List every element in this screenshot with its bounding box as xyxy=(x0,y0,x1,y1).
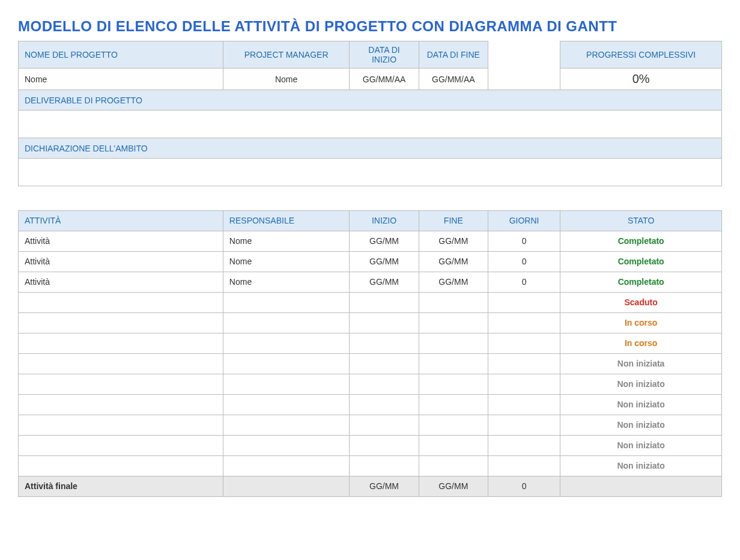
cell-end[interactable] xyxy=(419,333,488,353)
cell-end[interactable] xyxy=(419,394,488,415)
table-row: In corso xyxy=(19,312,722,333)
cell-days[interactable] xyxy=(488,374,560,394)
cell-days[interactable]: 0 xyxy=(488,231,560,251)
cell-responsible[interactable] xyxy=(223,455,350,476)
table-row: Non iniziato xyxy=(19,455,722,476)
final-start: GG/MM xyxy=(350,476,419,496)
table-row: Non iniziato xyxy=(19,435,722,455)
cell-end[interactable] xyxy=(419,353,488,374)
cell-days[interactable] xyxy=(488,415,560,435)
cell-activity[interactable] xyxy=(19,394,223,415)
final-end: GG/MM xyxy=(419,476,488,496)
header-deliverable: DELIVERABLE DI PROGETTO xyxy=(19,90,722,111)
cell-responsible[interactable] xyxy=(223,312,350,333)
cell-days[interactable] xyxy=(488,292,560,312)
cell-days[interactable] xyxy=(488,455,560,476)
cell-days[interactable] xyxy=(488,333,560,353)
cell-responsible[interactable] xyxy=(223,353,350,374)
cell-activity[interactable] xyxy=(19,333,223,353)
cell-start[interactable] xyxy=(350,292,419,312)
cell-start[interactable]: GG/MM xyxy=(350,231,419,251)
table-row: In corso xyxy=(19,333,722,353)
cell-end[interactable] xyxy=(419,374,488,394)
cell-end[interactable] xyxy=(419,312,488,333)
final-status xyxy=(560,476,722,496)
cell-status: In corso xyxy=(560,333,722,353)
cell-end[interactable] xyxy=(419,435,488,455)
cell-responsible[interactable] xyxy=(223,415,350,435)
cell-days[interactable] xyxy=(488,353,560,374)
cell-responsible[interactable]: Nome xyxy=(223,251,350,272)
cell-activity[interactable] xyxy=(19,353,223,374)
cell-end[interactable] xyxy=(419,415,488,435)
cell-days[interactable] xyxy=(488,435,560,455)
cell-start[interactable]: GG/MM xyxy=(350,272,419,292)
cell-responsible[interactable]: Nome xyxy=(223,231,350,251)
cell-days[interactable] xyxy=(488,394,560,415)
table-row: AttivitàNomeGG/MMGG/MM0Completato xyxy=(19,231,722,251)
header-end: FINE xyxy=(419,210,488,231)
cell-days[interactable]: 0 xyxy=(488,251,560,272)
cell-start[interactable] xyxy=(350,394,419,415)
cell-days[interactable]: 0 xyxy=(488,272,560,292)
value-deliverable[interactable] xyxy=(19,111,722,138)
cell-start[interactable] xyxy=(350,353,419,374)
spacer xyxy=(488,41,560,68)
table-row: Non iniziato xyxy=(19,394,722,415)
header-end-date: DATA DI FINE xyxy=(419,41,488,68)
cell-end[interactable]: GG/MM xyxy=(419,272,488,292)
cell-start[interactable] xyxy=(350,312,419,333)
cell-start[interactable] xyxy=(350,435,419,455)
cell-responsible[interactable] xyxy=(223,435,350,455)
table-row: Non iniziato xyxy=(19,374,722,394)
cell-activity[interactable] xyxy=(19,455,223,476)
cell-start[interactable] xyxy=(350,455,419,476)
cell-start[interactable] xyxy=(350,415,419,435)
cell-activity[interactable]: Attività xyxy=(19,231,223,251)
cell-activity[interactable]: Attività xyxy=(19,272,223,292)
value-start-date[interactable]: GG/MM/AA xyxy=(350,68,419,90)
final-activity: Attività finale xyxy=(19,476,223,496)
cell-status: In corso xyxy=(560,312,722,333)
value-scope[interactable] xyxy=(19,159,722,186)
final-row: Attività finale GG/MM GG/MM 0 xyxy=(19,476,722,496)
cell-activity[interactable]: Attività xyxy=(19,251,223,272)
project-info-table: NOME DEL PROGETTO PROJECT MANAGER DATA D… xyxy=(18,41,722,210)
cell-status: Non iniziata xyxy=(560,353,722,374)
cell-end[interactable] xyxy=(419,455,488,476)
cell-start[interactable] xyxy=(350,333,419,353)
header-scope: DICHIARAZIONE DELL'AMBITO xyxy=(19,138,722,159)
cell-responsible[interactable]: Nome xyxy=(223,272,350,292)
cell-activity[interactable] xyxy=(19,292,223,312)
page-title: MODELLO DI ELENCO DELLE ATTIVITÀ DI PROG… xyxy=(18,18,722,35)
cell-activity[interactable] xyxy=(19,415,223,435)
cell-activity[interactable] xyxy=(19,374,223,394)
cell-responsible[interactable] xyxy=(223,374,350,394)
final-days: 0 xyxy=(488,476,560,496)
cell-activity[interactable] xyxy=(19,435,223,455)
final-responsible xyxy=(223,476,350,496)
cell-end[interactable]: GG/MM xyxy=(419,251,488,272)
table-row: AttivitàNomeGG/MMGG/MM0Completato xyxy=(19,251,722,272)
cell-end[interactable]: GG/MM xyxy=(419,231,488,251)
cell-status: Completato xyxy=(560,272,722,292)
cell-responsible[interactable] xyxy=(223,292,350,312)
value-project-manager[interactable]: Nome xyxy=(223,68,350,90)
value-project-name[interactable]: Nome xyxy=(19,68,223,90)
cell-status: Non iniziato xyxy=(560,394,722,415)
cell-responsible[interactable] xyxy=(223,333,350,353)
cell-days[interactable] xyxy=(488,312,560,333)
cell-responsible[interactable] xyxy=(223,394,350,415)
table-row: AttivitàNomeGG/MMGG/MM0Completato xyxy=(19,272,722,292)
cell-status: Completato xyxy=(560,251,722,272)
cell-end[interactable] xyxy=(419,292,488,312)
cell-activity[interactable] xyxy=(19,312,223,333)
table-row: Non iniziato xyxy=(19,415,722,435)
value-overall-progress: 0% xyxy=(560,68,722,90)
header-start: INIZIO xyxy=(350,210,419,231)
value-end-date[interactable]: GG/MM/AA xyxy=(419,68,488,90)
cell-start[interactable]: GG/MM xyxy=(350,251,419,272)
header-overall-progress: PROGRESSI COMPLESSIVI xyxy=(560,41,722,68)
cell-start[interactable] xyxy=(350,374,419,394)
header-days: GIORNI xyxy=(488,210,560,231)
